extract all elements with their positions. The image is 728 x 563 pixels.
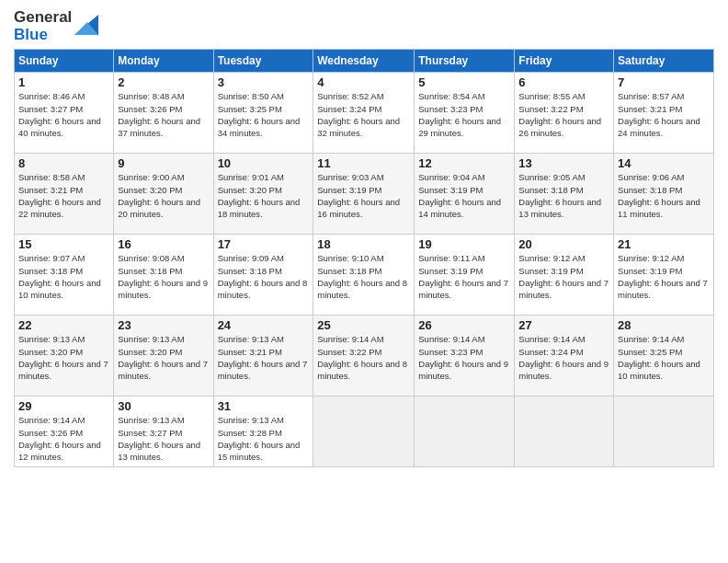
day-info: Sunrise: 8:54 AMSunset: 3:23 PMDaylight:… <box>418 90 510 139</box>
day-number: 9 <box>118 156 209 170</box>
day-number: 30 <box>118 399 209 413</box>
calendar-cell: 13Sunrise: 9:05 AMSunset: 3:18 PMDayligh… <box>515 154 614 235</box>
day-info: Sunrise: 9:14 AMSunset: 3:26 PMDaylight:… <box>18 414 109 463</box>
day-number: 5 <box>418 75 510 89</box>
calendar-cell: 1Sunrise: 8:46 AMSunset: 3:27 PMDaylight… <box>15 73 114 154</box>
week-row-1: 1Sunrise: 8:46 AMSunset: 3:27 PMDaylight… <box>15 73 714 154</box>
day-info: Sunrise: 8:48 AMSunset: 3:26 PMDaylight:… <box>118 90 209 139</box>
day-number: 25 <box>317 318 410 332</box>
day-info: Sunrise: 9:14 AMSunset: 3:25 PMDaylight:… <box>618 333 710 382</box>
header-tuesday: Tuesday <box>213 50 313 73</box>
day-info: Sunrise: 9:09 AMSunset: 3:18 PMDaylight:… <box>218 252 310 301</box>
day-info: Sunrise: 9:06 AMSunset: 3:18 PMDaylight:… <box>618 171 710 220</box>
day-number: 27 <box>518 318 609 332</box>
calendar-cell: 8Sunrise: 8:58 AMSunset: 3:21 PMDaylight… <box>15 154 114 235</box>
header-sunday: Sunday <box>15 50 114 73</box>
header-row: SundayMondayTuesdayWednesdayThursdayFrid… <box>15 50 714 73</box>
logo: General Blue <box>14 9 98 43</box>
calendar-cell <box>515 396 614 466</box>
day-info: Sunrise: 9:13 AMSunset: 3:20 PMDaylight:… <box>18 333 109 382</box>
calendar-cell: 24Sunrise: 9:13 AMSunset: 3:21 PMDayligh… <box>213 316 313 396</box>
calendar-cell: 29Sunrise: 9:14 AMSunset: 3:26 PMDayligh… <box>15 396 114 466</box>
day-number: 13 <box>518 156 609 170</box>
calendar-cell: 11Sunrise: 9:03 AMSunset: 3:19 PMDayligh… <box>313 154 415 235</box>
calendar-table: SundayMondayTuesdayWednesdayThursdayFrid… <box>14 49 714 466</box>
day-number: 6 <box>518 75 609 89</box>
header-monday: Monday <box>114 50 213 73</box>
day-info: Sunrise: 9:00 AMSunset: 3:20 PMDaylight:… <box>118 171 209 220</box>
calendar-cell: 31Sunrise: 9:13 AMSunset: 3:28 PMDayligh… <box>213 396 313 466</box>
day-number: 3 <box>218 75 310 89</box>
calendar-cell: 3Sunrise: 8:50 AMSunset: 3:25 PMDaylight… <box>213 73 313 154</box>
day-info: Sunrise: 9:13 AMSunset: 3:27 PMDaylight:… <box>118 414 209 463</box>
calendar-cell: 22Sunrise: 9:13 AMSunset: 3:20 PMDayligh… <box>15 316 114 396</box>
logo-blue: Blue <box>14 27 48 44</box>
calendar-cell: 23Sunrise: 9:13 AMSunset: 3:20 PMDayligh… <box>114 316 213 396</box>
header-wednesday: Wednesday <box>313 50 415 73</box>
week-row-2: 8Sunrise: 8:58 AMSunset: 3:21 PMDaylight… <box>15 154 714 235</box>
day-number: 1 <box>18 75 109 89</box>
calendar-cell: 2Sunrise: 8:48 AMSunset: 3:26 PMDaylight… <box>114 73 213 154</box>
day-number: 12 <box>418 156 510 170</box>
calendar-cell: 30Sunrise: 9:13 AMSunset: 3:27 PMDayligh… <box>114 396 213 466</box>
calendar-cell: 16Sunrise: 9:08 AMSunset: 3:18 PMDayligh… <box>114 235 213 316</box>
day-info: Sunrise: 9:12 AMSunset: 3:19 PMDaylight:… <box>518 252 609 301</box>
calendar-cell: 7Sunrise: 8:57 AMSunset: 3:21 PMDaylight… <box>614 73 714 154</box>
day-info: Sunrise: 9:11 AMSunset: 3:19 PMDaylight:… <box>418 252 510 301</box>
week-row-4: 22Sunrise: 9:13 AMSunset: 3:20 PMDayligh… <box>15 316 714 396</box>
day-number: 26 <box>418 318 510 332</box>
day-number: 18 <box>317 237 410 251</box>
day-info: Sunrise: 9:13 AMSunset: 3:21 PMDaylight:… <box>218 333 310 382</box>
calendar-cell: 28Sunrise: 9:14 AMSunset: 3:25 PMDayligh… <box>614 316 714 396</box>
day-number: 14 <box>618 156 710 170</box>
week-row-5: 29Sunrise: 9:14 AMSunset: 3:26 PMDayligh… <box>15 396 714 466</box>
day-info: Sunrise: 9:14 AMSunset: 3:23 PMDaylight:… <box>418 333 510 382</box>
day-info: Sunrise: 9:14 AMSunset: 3:22 PMDaylight:… <box>317 333 410 382</box>
calendar-cell: 17Sunrise: 9:09 AMSunset: 3:18 PMDayligh… <box>213 235 313 316</box>
day-info: Sunrise: 8:52 AMSunset: 3:24 PMDaylight:… <box>317 90 410 139</box>
logo-general: General <box>14 9 72 27</box>
day-info: Sunrise: 9:04 AMSunset: 3:19 PMDaylight:… <box>418 171 510 220</box>
header-thursday: Thursday <box>415 50 515 73</box>
page: General Blue SundayMondayTuesdayWednesda… <box>0 0 728 563</box>
day-info: Sunrise: 9:13 AMSunset: 3:20 PMDaylight:… <box>118 333 209 382</box>
day-info: Sunrise: 8:57 AMSunset: 3:21 PMDaylight:… <box>618 90 710 139</box>
day-number: 23 <box>118 318 209 332</box>
day-info: Sunrise: 9:05 AMSunset: 3:18 PMDaylight:… <box>518 171 609 220</box>
day-info: Sunrise: 9:07 AMSunset: 3:18 PMDaylight:… <box>18 252 109 301</box>
calendar-cell <box>415 396 515 466</box>
day-info: Sunrise: 9:03 AMSunset: 3:19 PMDaylight:… <box>317 171 410 220</box>
calendar-cell: 4Sunrise: 8:52 AMSunset: 3:24 PMDaylight… <box>313 73 415 154</box>
calendar-cell <box>614 396 714 466</box>
day-info: Sunrise: 9:08 AMSunset: 3:18 PMDaylight:… <box>118 252 209 301</box>
logo-icon <box>74 15 98 35</box>
calendar-cell: 19Sunrise: 9:11 AMSunset: 3:19 PMDayligh… <box>415 235 515 316</box>
day-number: 31 <box>218 399 310 413</box>
day-number: 21 <box>618 237 710 251</box>
calendar-cell: 20Sunrise: 9:12 AMSunset: 3:19 PMDayligh… <box>515 235 614 316</box>
day-info: Sunrise: 9:12 AMSunset: 3:19 PMDaylight:… <box>618 252 710 301</box>
day-number: 17 <box>218 237 310 251</box>
day-info: Sunrise: 9:14 AMSunset: 3:24 PMDaylight:… <box>518 333 609 382</box>
day-info: Sunrise: 8:46 AMSunset: 3:27 PMDaylight:… <box>18 90 109 139</box>
day-number: 19 <box>418 237 510 251</box>
day-number: 2 <box>118 75 209 89</box>
day-number: 24 <box>218 318 310 332</box>
day-info: Sunrise: 9:13 AMSunset: 3:28 PMDaylight:… <box>218 414 310 463</box>
calendar-cell: 9Sunrise: 9:00 AMSunset: 3:20 PMDaylight… <box>114 154 213 235</box>
day-info: Sunrise: 9:01 AMSunset: 3:20 PMDaylight:… <box>218 171 310 220</box>
day-number: 4 <box>317 75 410 89</box>
calendar-cell: 21Sunrise: 9:12 AMSunset: 3:19 PMDayligh… <box>614 235 714 316</box>
day-number: 11 <box>317 156 410 170</box>
calendar-cell: 18Sunrise: 9:10 AMSunset: 3:18 PMDayligh… <box>313 235 415 316</box>
header-saturday: Saturday <box>614 50 714 73</box>
calendar-cell: 5Sunrise: 8:54 AMSunset: 3:23 PMDaylight… <box>415 73 515 154</box>
day-number: 16 <box>118 237 209 251</box>
week-row-3: 15Sunrise: 9:07 AMSunset: 3:18 PMDayligh… <box>15 235 714 316</box>
day-info: Sunrise: 8:58 AMSunset: 3:21 PMDaylight:… <box>18 171 109 220</box>
day-number: 7 <box>618 75 710 89</box>
calendar-cell: 27Sunrise: 9:14 AMSunset: 3:24 PMDayligh… <box>515 316 614 396</box>
day-number: 20 <box>518 237 609 251</box>
header-friday: Friday <box>515 50 614 73</box>
calendar-cell: 25Sunrise: 9:14 AMSunset: 3:22 PMDayligh… <box>313 316 415 396</box>
